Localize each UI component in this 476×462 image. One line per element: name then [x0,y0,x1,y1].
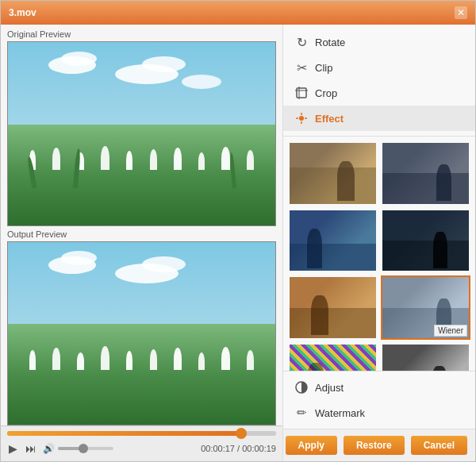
svg-point-3 [299,116,304,121]
progress-fill [7,431,241,436]
flower-8 [198,152,205,170]
original-preview-label: Original Preview [7,29,276,39]
output-grass [8,324,275,425]
effect-tooltip-wiener: Wiener [434,325,467,337]
volume-bar[interactable] [58,447,113,450]
top-menu: ↻ Rotate ✂ Clip Crop [283,25,475,137]
menu-rotate-label: Rotate [315,37,345,48]
adjust-icon [294,380,309,395]
original-preview-block: Original Preview [7,29,276,226]
flower-5 [126,151,132,170]
current-time: 00:00:17 [201,444,235,453]
volume-thumb[interactable] [79,444,88,453]
effect-cell-5[interactable] [288,275,378,340]
cloud-2 [61,52,97,66]
effect-grid: Wiener [288,141,470,371]
action-buttons: Apply Restore Cancel [283,429,475,461]
bottom-menu: Adjust ✏ Watermark [283,371,475,429]
left-panel: Original Preview [1,25,282,461]
effect-scene-8 [382,345,469,371]
output-preview-label: Output Preview [7,229,276,239]
out-cloud-4 [142,256,186,272]
output-preview-block: Output Preview [7,229,276,426]
cancel-button[interactable]: Cancel [411,436,467,455]
menu-item-crop[interactable]: Crop [283,80,475,106]
effect-cell-1[interactable] [288,141,378,206]
titlebar: 3.mov ✕ [1,1,475,25]
menu-item-clip[interactable]: ✂ Clip [283,55,475,80]
effect-grid-container: Wiener [283,137,475,371]
menu-adjust-label: Adjust [315,382,344,394]
play-button[interactable]: ▶ [7,441,19,456]
effect-scene-2 [382,143,469,204]
flower-9 [221,147,230,170]
menu-item-effect[interactable]: Effect [283,106,475,131]
output-scene [8,242,275,425]
window-title: 3.mov [9,7,36,18]
rotate-icon: ↻ [294,35,309,49]
menu-item-watermark[interactable]: ✏ Watermark [283,400,475,425]
original-scene [8,42,275,225]
effect-cell-4[interactable] [381,209,470,273]
menu-item-adjust[interactable]: Adjust [283,375,475,400]
effect-scene-5 [290,277,376,338]
volume-icon: 🔊 [43,443,55,454]
output-video-preview [7,241,276,426]
effect-cell-7[interactable] [288,343,378,371]
flower-10 [247,150,254,170]
clip-icon: ✂ [294,60,309,75]
watermark-icon: ✏ [294,406,309,420]
effect-cell-2[interactable] [381,141,470,206]
effect-cell-8[interactable] [381,343,470,371]
step-forward-button[interactable]: ⏭ [24,441,38,456]
volume-container: 🔊 [43,443,113,454]
effect-scene-1 [290,143,376,204]
controls-row: ▶ ⏭ 🔊 00:00:17 / 00:00:19 [7,441,276,456]
right-panel: ↻ Rotate ✂ Clip Crop [282,25,475,461]
flower-2 [52,148,60,170]
time-display: 00:00:17 / 00:00:19 [201,444,276,453]
content-area: Original Preview [1,25,475,461]
flowers-row [8,146,275,170]
previews-container: Original Preview [1,25,282,425]
effect-icon [294,111,309,125]
flower-4 [101,146,109,170]
restore-button[interactable]: Restore [344,436,405,455]
crop-icon [294,86,309,100]
main-window: 3.mov ✕ Original Preview [0,0,476,462]
controls-bar: ▶ ⏭ 🔊 00:00:17 / 00:00:19 [1,425,282,461]
menu-watermark-label: Watermark [315,407,365,419]
menu-item-rotate[interactable]: ↻ Rotate [283,29,475,55]
menu-effect-label: Effect [315,113,344,125]
progress-bar[interactable] [7,431,276,436]
original-video-preview [7,41,276,226]
effect-scene-3 [290,210,376,271]
flower-7 [174,148,182,170]
flower-6 [150,149,157,170]
progress-thumb[interactable] [236,428,247,439]
apply-button[interactable]: Apply [286,436,337,455]
effect-scene-7 [290,345,376,371]
output-flowers [8,346,275,370]
total-time: 00:00:19 [242,444,276,453]
menu-crop-label: Crop [315,87,337,99]
menu-clip-label: Clip [315,62,332,74]
svg-rect-0 [297,88,306,98]
effect-cell-6[interactable]: Wiener [381,275,470,340]
close-button[interactable]: ✕ [455,6,467,19]
effect-cell-3[interactable] [288,209,378,273]
effect-scene-4 [382,210,469,271]
